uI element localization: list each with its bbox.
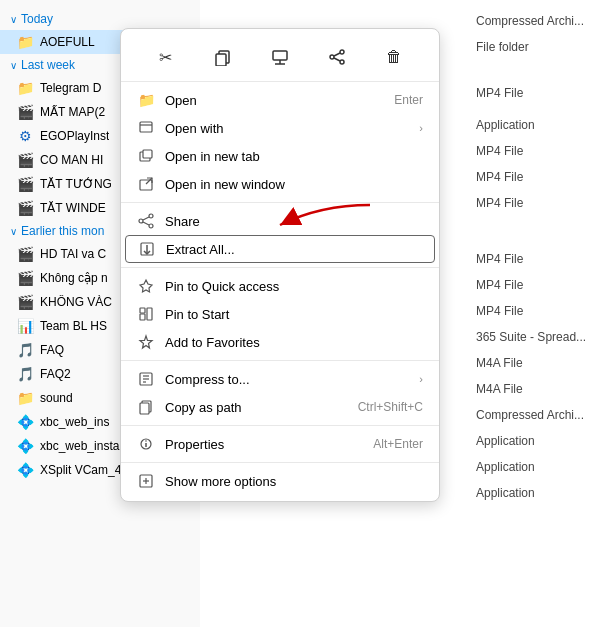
menu-item-more-options[interactable]: Show more options [121, 467, 439, 495]
svg-rect-31 [140, 403, 149, 414]
menu-label-properties: Properties [165, 437, 363, 452]
svg-rect-25 [147, 308, 152, 320]
menu-label-more-options: Show more options [165, 474, 423, 489]
mp4-icon: 🎬 [16, 175, 34, 193]
menu-shortcut-open: Enter [394, 93, 423, 107]
pin-quick-icon [137, 277, 155, 295]
svg-line-15 [146, 178, 152, 184]
menu-item-pin-start[interactable]: Pin to Start [121, 300, 439, 328]
menu-item-newtab[interactable]: Open in new tab [121, 142, 439, 170]
file-name: Team BL HS [40, 319, 107, 333]
file-name: xbc_web_ins [40, 415, 109, 429]
file-name: TẮT TƯỚNG [40, 177, 112, 191]
menu-label-openwith: Open with [165, 121, 409, 136]
file-name-aoefull: AOEFULL [40, 35, 95, 49]
xbc-icon: 💠 [16, 437, 34, 455]
file-explorer: ∨ Today 📁 AOEFULL ∨ Last week 📁 Telegram… [0, 0, 606, 627]
svg-point-16 [149, 214, 153, 218]
type-xbc: Application [466, 428, 606, 454]
svg-point-6 [330, 55, 334, 59]
properties-icon [137, 435, 155, 453]
delete-button[interactable]: 🗑 [378, 41, 410, 73]
type-matmap: MP4 File [466, 60, 606, 112]
type-section [466, 216, 606, 246]
mp4-icon: 🎬 [16, 245, 34, 263]
menu-label-newtab: Open in new tab [165, 149, 423, 164]
mp4-icon: 🎬 [16, 269, 34, 287]
file-name: Telegram D [40, 81, 101, 95]
menu-shortcut-properties: Alt+Enter [373, 437, 423, 451]
svg-line-8 [334, 53, 340, 56]
mp4-icon: 🎬 [16, 293, 34, 311]
type-xsplit: Application [466, 480, 606, 506]
right-column: Compressed Archi... File folder MP4 File… [466, 0, 606, 627]
menu-item-openwith[interactable]: Open with › [121, 114, 439, 142]
svg-rect-23 [140, 314, 145, 320]
openwith-icon [137, 119, 155, 137]
svg-rect-10 [140, 122, 152, 132]
menu-item-compress[interactable]: Compress to... › [121, 365, 439, 393]
menu-label-copy-path: Copy as path [165, 400, 348, 415]
separator-1 [121, 202, 439, 203]
file-name: MẤT MAP(2 [40, 105, 105, 119]
type-aoefull: Compressed Archi... [466, 8, 606, 34]
menu-item-share[interactable]: Share [121, 207, 439, 235]
menu-item-open[interactable]: 📁 Open Enter [121, 86, 439, 114]
file-name: CO MAN HI [40, 153, 103, 167]
type-tattung: MP4 File [466, 164, 606, 190]
section-today[interactable]: ∨ Today [0, 8, 200, 30]
arrow-openwith: › [419, 122, 423, 134]
section-earlier-label: Earlier this mon [21, 224, 104, 238]
menu-label-extract: Extract All... [166, 242, 422, 257]
mp4-icon: 🎬 [16, 103, 34, 121]
mp4-icon: 🎬 [16, 151, 34, 169]
type-telegram: File folder [466, 34, 606, 60]
type-xbc-installer: Application [466, 454, 606, 480]
file-name: EGOPlayInst [40, 129, 109, 143]
type-khong-vac: MP4 File [466, 298, 606, 324]
rename-button[interactable] [264, 41, 296, 73]
menu-item-copy-path[interactable]: Copy as path Ctrl+Shift+C [121, 393, 439, 421]
separator-5 [121, 462, 439, 463]
file-name: HD TAI va C [40, 247, 106, 261]
menu-item-extract[interactable]: Extract All... [125, 235, 435, 263]
menu-item-newwindow[interactable]: Open in new window [121, 170, 439, 198]
type-coman: MP4 File [466, 138, 606, 164]
svg-rect-24 [140, 308, 145, 313]
arrow-compress: › [419, 373, 423, 385]
folder-icon: 📁 [16, 389, 34, 407]
menu-label-compress: Compress to... [165, 372, 409, 387]
copy-path-icon [137, 398, 155, 416]
type-khong-cap: MP4 File [466, 272, 606, 298]
chevron-lastweek: ∨ [10, 60, 17, 71]
xbc-icon: 💠 [16, 413, 34, 431]
svg-point-7 [340, 60, 344, 64]
menu-item-pin-quick[interactable]: Pin to Quick access [121, 272, 439, 300]
menu-item-favorites[interactable]: Add to Favorites [121, 328, 439, 356]
file-name: KHÔNG VÀC [40, 295, 112, 309]
section-lastweek-label: Last week [21, 58, 75, 72]
menu-label-open: Open [165, 93, 384, 108]
svg-line-19 [143, 217, 149, 220]
svg-rect-1 [216, 54, 226, 66]
share-icon [137, 212, 155, 230]
svg-point-5 [340, 50, 344, 54]
file-name: FAQ [40, 343, 64, 357]
menu-shortcut-copy-path: Ctrl+Shift+C [358, 400, 423, 414]
type-faq: M4A File [466, 350, 606, 376]
svg-rect-14 [140, 180, 152, 190]
menu-label-favorites: Add to Favorites [165, 335, 423, 350]
m4a-icon: 🎵 [16, 365, 34, 383]
copy-button[interactable] [207, 41, 239, 73]
context-menu-toolbar: ✂ [121, 35, 439, 82]
svg-rect-13 [143, 150, 152, 158]
favorites-icon [137, 333, 155, 351]
menu-label-pin-start: Pin to Start [165, 307, 423, 322]
type-sound: Compressed Archi... [466, 402, 606, 428]
svg-point-34 [145, 440, 147, 442]
cut-button[interactable]: ✂ [150, 41, 182, 73]
share-button[interactable] [321, 41, 353, 73]
menu-item-properties[interactable]: Properties Alt+Enter [121, 430, 439, 458]
folder-icon: 📁 [16, 79, 34, 97]
extract-icon [138, 240, 156, 258]
